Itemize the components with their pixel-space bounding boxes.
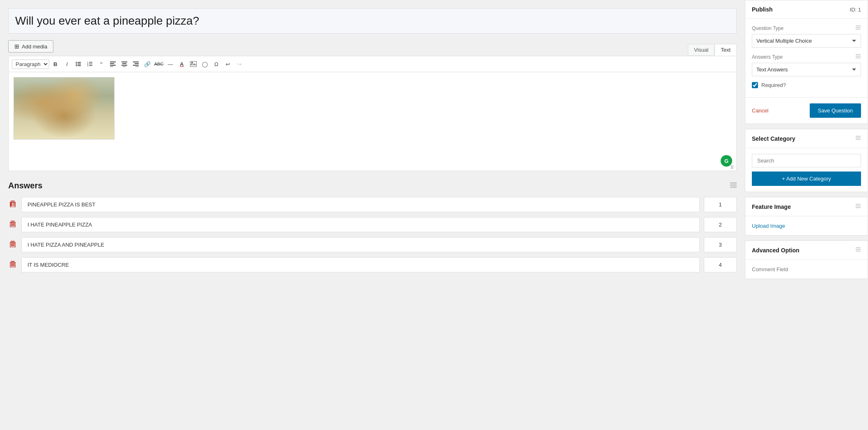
ol-button[interactable]: 1.2.3. [85,59,95,69]
text-color-button[interactable]: A [176,59,187,69]
editor-wrapper: Paragraph B I 1.2.3. " 🔗 ABC — A [8,56,737,171]
save-question-button[interactable]: Save Question [810,103,861,118]
strikethrough-button[interactable]: ABC [153,59,164,69]
category-search-input[interactable] [752,154,861,167]
required-row: Required? [752,82,861,88]
svg-rect-57 [856,54,861,55]
answer-number-input-1[interactable] [704,197,737,212]
svg-rect-62 [856,139,861,140]
undo-button[interactable]: ↩ [222,59,233,69]
answer-delete-button-3[interactable] [8,239,17,251]
svg-rect-56 [856,29,861,30]
svg-rect-26 [730,183,737,183]
blockquote-button[interactable]: " [96,59,107,69]
answer-row [8,257,737,272]
answers-header: Answers [8,181,737,190]
actions-row: Cancel Save Question [745,97,868,124]
svg-rect-68 [856,251,861,252]
answers-type-select[interactable]: Text Answers Image Answers Both [752,63,861,76]
answer-number-input-2[interactable] [704,217,737,232]
svg-rect-44 [11,241,15,242]
editor-toolbar: Paragraph B I 1.2.3. " 🔗 ABC — A [9,56,736,72]
cancel-link[interactable]: Cancel [752,108,768,114]
ul-button[interactable] [73,59,84,69]
answer-text-input-4[interactable] [21,257,700,272]
answer-delete-button-1[interactable] [8,199,17,210]
advanced-option-icon [855,247,861,254]
add-category-button[interactable]: + Add New Category [752,172,861,186]
tab-text[interactable]: Text [715,44,737,56]
answers-title: Answers [8,181,42,190]
feature-image-panel: Feature Image Upload Image [745,197,868,236]
feature-image-icon [855,203,861,210]
editor-image-content [14,78,114,139]
question-type-icon [855,25,861,32]
publish-panel-title: Publish [752,6,773,13]
question-title-input[interactable] [8,8,737,34]
select-category-panel: Select Category + Add New Category [745,129,868,192]
svg-rect-12 [110,62,116,62]
paragraph-select[interactable]: Paragraph [12,59,49,69]
add-media-button[interactable]: ⊞ Add media [8,40,53,53]
svg-rect-55 [856,27,861,28]
media-button[interactable] [188,59,199,69]
svg-rect-65 [856,207,861,208]
svg-rect-53 [14,263,14,267]
select-category-icon [855,135,861,142]
svg-rect-67 [856,249,861,250]
align-center-button[interactable] [119,59,130,69]
align-right-button[interactable] [131,59,141,69]
svg-rect-13 [110,63,114,64]
svg-rect-66 [856,247,861,248]
required-label: Required? [761,82,786,88]
svg-text:3.: 3. [87,64,89,67]
svg-rect-5 [78,65,81,66]
answers-settings-icon [730,182,737,190]
svg-point-2 [76,65,77,66]
svg-rect-38 [11,221,15,222]
tab-visual[interactable]: Visual [688,44,715,55]
svg-rect-14 [110,65,116,66]
answer-number-input-4[interactable] [704,257,737,272]
question-type-select[interactable]: Vertical Multiple Choice Horizontal Mult… [752,34,861,48]
svg-rect-30 [11,201,15,201]
svg-rect-28 [730,187,737,188]
editor-resize-handle[interactable]: ⠿ [731,165,735,170]
svg-rect-37 [10,222,16,223]
redo-button[interactable]: ↪ [234,59,245,69]
answer-delete-button-4[interactable] [8,259,17,271]
comment-field-label: Comment Field [752,266,788,272]
omega-button[interactable]: Ω [211,59,222,69]
italic-button[interactable]: I [62,59,72,69]
svg-rect-50 [11,261,15,262]
svg-rect-64 [856,206,861,206]
required-checkbox[interactable] [752,82,758,88]
svg-rect-61 [856,137,861,138]
answer-delete-button-2[interactable] [8,219,17,231]
align-left-button[interactable] [108,59,118,69]
answer-number-input-3[interactable] [704,237,737,252]
bold-button[interactable]: B [50,59,61,69]
svg-rect-59 [856,57,861,58]
sidebar: Publish ID: 1 Question Type Vertical Mul… [745,0,868,430]
horizontal-rule-button[interactable]: — [165,59,176,69]
svg-rect-17 [122,63,126,64]
svg-rect-33 [11,202,12,206]
upload-image-link[interactable]: Upload Image [752,223,785,229]
advanced-option-panel: Advanced Option Comment Field [745,240,868,279]
feature-image-header: Feature Image [745,197,868,216]
add-media-icon: ⊞ [14,43,19,50]
answer-text-input-1[interactable] [21,197,700,212]
editor-image [14,77,115,140]
editor-body[interactable]: G ⠿ [9,72,736,171]
answer-text-input-2[interactable] [21,217,700,232]
custom-link-button[interactable]: ◯ [199,59,210,69]
svg-rect-58 [856,56,861,57]
svg-rect-49 [10,262,16,263]
svg-rect-4 [78,64,81,64]
editor-tabs: Visual Text [688,44,737,56]
add-media-label: Add media [22,43,47,50]
answer-row [8,237,737,252]
answer-text-input-3[interactable] [21,237,700,252]
link-button[interactable]: 🔗 [142,59,153,69]
